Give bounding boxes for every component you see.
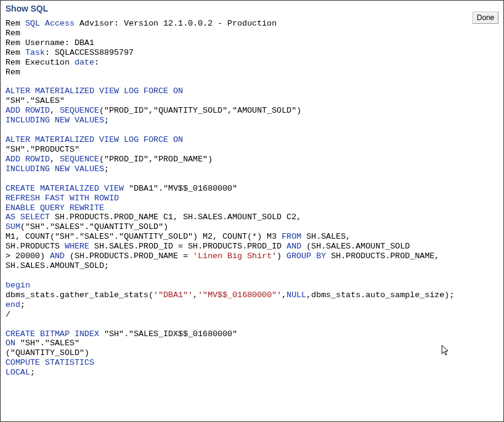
code-line: Rem	[5, 29, 20, 38]
code-line: begin	[5, 281, 30, 290]
code-line: SH.PRODUCTS WHERE SH.SALES.PROD_ID = SH.…	[5, 242, 410, 251]
code-line: M1, COUNT("SH"."SALES"."QUANTITY_SOLD") …	[5, 232, 351, 241]
code-line: Rem Username: DBA1	[5, 38, 94, 47]
header: Show SQL Done	[1, 1, 503, 15]
code-line: Rem	[5, 68, 20, 77]
code-line: ALTER MATERIALIZED VIEW LOG FORCE ON	[5, 86, 183, 96]
show-sql-window: Show SQL Done Rem SQL Access Advisor: Ve…	[0, 0, 504, 422]
code-line: ADD ROWID, SEQUENCE("PROD_ID","QUANTITY_…	[5, 106, 301, 115]
code-line: /	[5, 310, 10, 319]
code-line: COMPUTE STATISTICS	[5, 358, 94, 367]
code-line: ("QUANTITY_SOLD")	[5, 348, 89, 357]
sql-code-block: Rem SQL Access Advisor: Version 12.1.0.0…	[1, 15, 503, 382]
code-line: "SH"."PRODUCTS"	[5, 145, 80, 154]
code-line: dbms_stats.gather_table_stats('"DBA1"','…	[5, 290, 454, 300]
code-line: "SH"."SALES"	[5, 96, 65, 105]
code-line: REFRESH FAST WITH ROWID	[5, 194, 119, 203]
code-line: SUM("SH"."SALES"."QUANTITY_SOLD")	[5, 222, 168, 231]
code-line: ADD ROWID, SEQUENCE("PROD_ID","PROD_NAME…	[5, 155, 212, 164]
code-line: end;	[5, 300, 25, 309]
code-line: Rem Task: SQLACCESS8895797	[5, 48, 134, 57]
code-line: ALTER MATERIALIZED VIEW LOG FORCE ON	[5, 135, 183, 144]
code-line: CREATE MATERIALIZED VIEW "DBA1"."MV$$_01…	[5, 184, 237, 193]
code-line: SH.SALES.AMOUNT_SOLD;	[5, 261, 109, 270]
page-title: Show SQL	[5, 4, 48, 13]
code-line: CREATE BITMAP INDEX "SH"."SALES_IDX$$_01…	[5, 329, 237, 339]
code-line: ON "SH"."SALES"	[5, 339, 80, 348]
code-line: > 20000) AND (SH.PRODUCTS.PROD_NAME = 'L…	[5, 251, 439, 261]
done-button[interactable]: Done	[472, 12, 499, 24]
code-line: ENABLE QUERY REWRITE	[5, 203, 104, 213]
code-line: Rem SQL Access Advisor: Version 12.1.0.0…	[5, 19, 277, 28]
code-line: INCLUDING NEW VALUES;	[5, 116, 109, 125]
code-line: INCLUDING NEW VALUES;	[5, 164, 109, 174]
code-line: LOCAL;	[5, 368, 35, 377]
code-line: AS SELECT SH.PRODUCTS.PROD_NAME C1, SH.S…	[5, 213, 301, 222]
code-line: Rem Execution date:	[5, 58, 99, 67]
